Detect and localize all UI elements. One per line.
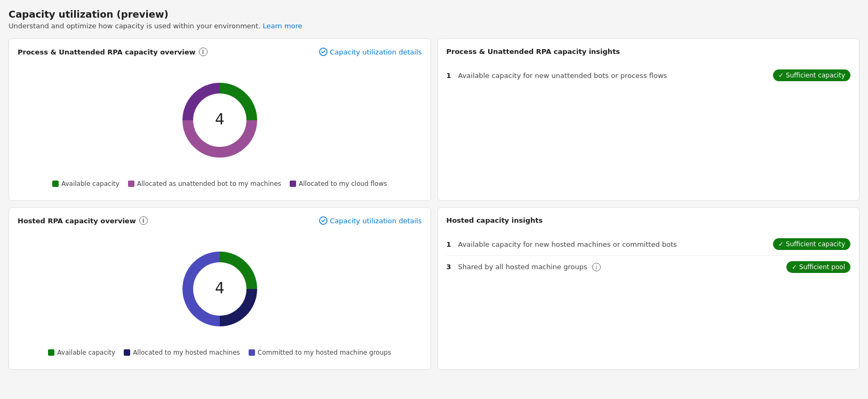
process-insights-section: 1 Available capacity for new unattended … <box>447 62 851 89</box>
hosted-capacity-link[interactable]: Capacity utilization details <box>319 216 421 225</box>
page-title: Capacity utilization (preview) <box>9 9 859 20</box>
hosted-insight-left-2: 3 Shared by all hosted machine groups i <box>447 263 601 272</box>
legend-label-unattended: Allocated as unattended bot to my machin… <box>137 180 281 187</box>
hosted-donut-chart: 4 <box>166 236 273 342</box>
hosted-insight-number-2: 3 <box>447 263 454 271</box>
hosted-dot-blue <box>249 349 255 356</box>
hosted-insight-row-2: 3 Shared by all hosted machine groups i … <box>447 256 851 278</box>
hosted-dot-navy <box>124 349 130 356</box>
hosted-legend-label-machines: Allocated to my hosted machines <box>133 349 240 356</box>
process-insight-row-1: 1 Available capacity for new unattended … <box>447 64 851 87</box>
page-header: Capacity utilization (preview) Understan… <box>9 9 859 30</box>
legend-item-cloud: Allocated to my cloud flows <box>290 180 387 187</box>
hosted-insights-section: 1 Available capacity for new hosted mach… <box>447 231 851 280</box>
hosted-overview-title: Hosted RPA capacity overview <box>18 217 136 225</box>
hosted-dot-green <box>48 349 54 356</box>
process-legend: Available capacity Allocated as unattend… <box>52 180 387 187</box>
process-insights-title-wrap: Process & Unattended RPA capacity insigh… <box>447 48 620 56</box>
hosted-insight-text-2: Shared by all hosted machine groups i <box>458 263 601 272</box>
process-insight-number-1: 1 <box>447 72 454 80</box>
hosted-insight-number-1: 1 <box>447 240 454 248</box>
process-donut-container: 4 Available capacity Allocated as unatte… <box>18 62 422 192</box>
process-overview-header: Process & Unattended RPA capacity overvi… <box>18 48 422 56</box>
learn-more-link[interactable]: Learn more <box>262 22 302 30</box>
process-overview-info-icon[interactable]: i <box>199 48 208 56</box>
hosted-overview-title-wrap: Hosted RPA capacity overview i <box>18 216 148 225</box>
process-insights-title: Process & Unattended RPA capacity insigh… <box>447 48 620 56</box>
process-overview-title: Process & Unattended RPA capacity overvi… <box>18 48 196 56</box>
hosted-legend-machines: Allocated to my hosted machines <box>124 349 240 356</box>
hosted-insight-text-1: Available capacity for new hosted machin… <box>458 240 677 248</box>
hosted-legend-groups: Committed to my hosted machine groups <box>249 349 391 356</box>
hosted-insight-left-1: 1 Available capacity for new hosted mach… <box>447 240 677 248</box>
legend-label-cloud: Allocated to my cloud flows <box>299 180 387 187</box>
shared-info-icon[interactable]: i <box>592 263 601 271</box>
legend-item-unattended: Allocated as unattended bot to my machin… <box>128 180 281 187</box>
legend-dot-green <box>52 181 59 187</box>
hosted-badge-check-icon: ✓ <box>778 240 784 248</box>
hosted-sufficient-badge: ✓ Sufficient capacity <box>773 238 850 250</box>
legend-item-available: Available capacity <box>52 180 120 187</box>
hosted-insight-row-1: 1 Available capacity for new hosted mach… <box>447 233 851 256</box>
hosted-overview-info-icon[interactable]: i <box>139 216 148 225</box>
pool-badge-check-icon: ✓ <box>792 263 797 271</box>
hosted-donut-container: 4 Available capacity Allocated to my hos… <box>18 231 422 361</box>
hosted-insights-card: Hosted capacity insights 1 Available cap… <box>437 207 860 370</box>
process-sufficient-badge: ✓ Sufficient capacity <box>773 69 850 81</box>
hosted-legend-available: Available capacity <box>48 349 115 356</box>
hosted-insights-title: Hosted capacity insights <box>447 216 543 224</box>
process-insight-left-1: 1 Available capacity for new unattended … <box>447 72 667 80</box>
legend-label-available: Available capacity <box>61 180 120 187</box>
hosted-legend: Available capacity Allocated to my hoste… <box>48 349 391 356</box>
hosted-legend-label-groups: Committed to my hosted machine groups <box>258 349 391 356</box>
badge-check-icon: ✓ <box>778 72 784 79</box>
process-insight-text-1: Available capacity for new unattended bo… <box>458 72 667 80</box>
hosted-check-circle-icon <box>319 216 328 225</box>
hosted-insights-header: Hosted capacity insights <box>447 216 851 224</box>
main-grid: Process & Unattended RPA capacity overvi… <box>9 38 859 370</box>
process-badge-label: Sufficient capacity <box>786 72 845 79</box>
process-insights-header: Process & Unattended RPA capacity insigh… <box>447 48 851 56</box>
legend-dot-dark-purple <box>290 181 296 187</box>
hosted-donut-center: 4 <box>215 279 225 297</box>
process-insights-card: Process & Unattended RPA capacity insigh… <box>437 38 860 201</box>
process-overview-card: Process & Unattended RPA capacity overvi… <box>9 38 431 201</box>
check-circle-icon <box>319 48 328 56</box>
page-subtitle: Understand and optimize how capacity is … <box>9 22 859 30</box>
legend-dot-purple <box>128 181 134 187</box>
hosted-insights-title-wrap: Hosted capacity insights <box>447 216 543 224</box>
hosted-overview-card: Hosted RPA capacity overview i Capacity … <box>9 207 431 370</box>
process-donut-center: 4 <box>215 111 225 128</box>
hosted-pool-badge: ✓ Sufficient pool <box>786 261 850 273</box>
hosted-pool-badge-label: Sufficient pool <box>799 263 845 271</box>
hosted-overview-header: Hosted RPA capacity overview i Capacity … <box>18 216 422 225</box>
process-overview-title-wrap: Process & Unattended RPA capacity overvi… <box>18 48 208 56</box>
process-donut-chart: 4 <box>166 67 273 174</box>
hosted-badge-label: Sufficient capacity <box>786 240 845 248</box>
process-capacity-link[interactable]: Capacity utilization details <box>319 48 421 56</box>
hosted-legend-label-available: Available capacity <box>57 349 115 356</box>
